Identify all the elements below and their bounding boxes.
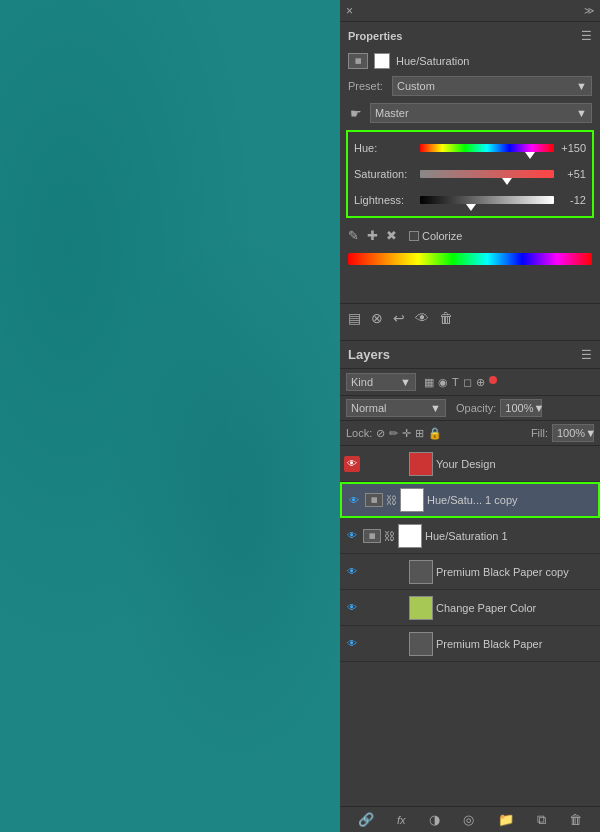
fill-input[interactable]: 100% ▼ (552, 424, 594, 442)
layer-comp-icon[interactable]: ▤ (348, 310, 361, 326)
pixel-kind-icon[interactable]: ▦ (424, 376, 434, 389)
lightness-thumb[interactable] (466, 204, 476, 211)
layer-thumbnail (409, 452, 433, 476)
chain-icon: ⛓ (384, 530, 395, 542)
spectrum-bar (348, 253, 592, 265)
remove-sample-icon[interactable]: ✖ (386, 228, 397, 243)
layer-visibility-icon[interactable]: 👁 (344, 636, 360, 652)
lock-move-icon[interactable]: ✛ (402, 427, 411, 440)
layer-visibility-icon[interactable]: 👁 (344, 528, 360, 544)
preset-chevron-icon: ▼ (576, 80, 587, 92)
layers-title: Layers (348, 347, 390, 362)
layer-visibility-icon[interactable]: 👁 (344, 600, 360, 616)
panel-topbar: × ≫ (340, 0, 600, 22)
saturation-row: Saturation: +51 (354, 164, 586, 184)
bottom-tools-row: ▤ ⊗ ↩ 👁 🗑 (340, 303, 600, 332)
folder-icon[interactable]: 📁 (498, 812, 514, 827)
shape-kind-icon[interactable]: ◻ (463, 376, 472, 389)
opacity-input[interactable]: 100% ▼ (500, 399, 542, 417)
properties-title: Properties (348, 30, 402, 42)
colorize-label: Colorize (422, 230, 462, 242)
opacity-value-text: 100% (505, 402, 533, 414)
saturation-value: +51 (558, 168, 586, 180)
layer-name: Premium Black Paper copy (436, 566, 596, 578)
kind-dropdown[interactable]: Kind ▼ (346, 373, 416, 391)
lock-artboard-icon[interactable]: ⊞ (415, 427, 424, 440)
hue-value: +150 (558, 142, 586, 154)
delete-layer-icon[interactable]: 🗑 (569, 812, 582, 827)
rotate-icon[interactable]: ↩ (393, 310, 405, 326)
fill-value-text: 100% (557, 427, 585, 439)
kind-icons: ▦ ◉ T ◻ ⊕ (424, 376, 497, 389)
clip-icon[interactable]: ⊗ (371, 310, 383, 326)
preset-row: Preset: Custom ▼ (340, 72, 600, 100)
hue-thumb[interactable] (525, 152, 535, 159)
saturation-slider-track[interactable] (420, 164, 554, 184)
layer-item[interactable]: 👁 Change Paper Color (340, 590, 600, 626)
layers-bottom-bar: 🔗 fx ◑ ◎ 📁 ⧉ 🗑 (340, 806, 600, 832)
new-layer-icon[interactable]: ⧉ (537, 812, 546, 828)
collapse-icon[interactable]: ≫ (584, 5, 594, 16)
master-dropdown[interactable]: Master ▼ (370, 103, 592, 123)
fx-icon[interactable]: fx (397, 814, 406, 826)
lock-all-icon[interactable]: 🔒 (428, 427, 442, 440)
properties-menu-icon[interactable]: ☰ (581, 29, 592, 43)
properties-section: Properties ☰ ▦ Hue/Saturation Preset: Cu… (340, 22, 600, 341)
layers-menu-icon[interactable]: ☰ (581, 348, 592, 362)
delete-icon[interactable]: 🗑 (439, 310, 453, 326)
blend-dropdown[interactable]: Normal ▼ (346, 399, 446, 417)
layer-adj-icon: ▦ (348, 53, 368, 69)
layer-visibility-icon[interactable]: 👁 (344, 456, 360, 472)
layer-item[interactable]: 👁 Premium Black Paper copy (340, 554, 600, 590)
new-fill-icon[interactable]: ◎ (463, 812, 474, 827)
preset-value: Custom (397, 80, 435, 92)
kind-value: Kind (351, 376, 373, 388)
layer-item[interactable]: 👁 ▦ ⛓ Hue/Satu... 1 copy (340, 482, 600, 518)
master-value: Master (375, 107, 409, 119)
colorize-check-wrap: Colorize (409, 230, 462, 242)
right-panel: × ≫ Properties ☰ ▦ Hue/Saturation Preset… (340, 0, 600, 832)
lock-icons: ⊘ ✏ ✛ ⊞ 🔒 (376, 427, 442, 440)
lightness-slider-track[interactable] (420, 190, 554, 210)
colorize-checkbox[interactable] (409, 231, 419, 241)
hand-icon: ☛ (348, 105, 364, 121)
canvas-background (0, 0, 340, 832)
add-mask-icon[interactable]: ◑ (429, 812, 440, 827)
layer-type-name: Hue/Saturation (396, 55, 469, 67)
fill-chevron: ▼ (585, 427, 596, 439)
link-icon[interactable]: 🔗 (358, 812, 374, 827)
lock-paint-icon[interactable]: ✏ (389, 427, 398, 440)
opacity-chevron: ▼ (534, 402, 545, 414)
saturation-track (420, 170, 554, 178)
hue-slider-track[interactable] (420, 138, 554, 158)
layer-item[interactable]: 👁 Your Design (340, 446, 600, 482)
smart-kind-icon[interactable]: ⊕ (476, 376, 485, 389)
master-row: ☛ Master ▼ (340, 100, 600, 126)
lock-pixel-icon[interactable]: ⊘ (376, 427, 385, 440)
add-sample-icon[interactable]: ✚ (367, 228, 378, 243)
adjustment-icon: ▦ (365, 493, 383, 507)
saturation-label: Saturation: (354, 168, 416, 180)
layer-visibility-icon[interactable]: 👁 (344, 564, 360, 580)
eyedropper-icon[interactable]: ✎ (348, 228, 359, 243)
chain-icon: ⛓ (386, 494, 397, 506)
fill-label: Fill: (531, 427, 548, 439)
lightness-row: Lightness: -12 (354, 190, 586, 210)
preset-label: Preset: (348, 80, 386, 92)
hue-label: Hue: (354, 142, 416, 154)
visibility-icon[interactable]: 👁 (415, 310, 429, 326)
layers-header: Layers ☰ (340, 341, 600, 369)
lightness-label: Lightness: (354, 194, 416, 206)
saturation-thumb[interactable] (502, 178, 512, 185)
layer-thumbnail (409, 596, 433, 620)
lock-row: Lock: ⊘ ✏ ✛ ⊞ 🔒 Fill: 100% ▼ (340, 421, 600, 446)
layer-item[interactable]: 👁 Premium Black Paper (340, 626, 600, 662)
adjustment-kind-icon[interactable]: ◉ (438, 376, 448, 389)
layer-name: Premium Black Paper (436, 638, 596, 650)
layer-item[interactable]: 👁 ▦ ⛓ Hue/Saturation 1 (340, 518, 600, 554)
close-icon[interactable]: × (346, 4, 353, 18)
layer-visibility-icon[interactable]: 👁 (346, 492, 362, 508)
preset-dropdown[interactable]: Custom ▼ (392, 76, 592, 96)
type-kind-icon[interactable]: T (452, 376, 459, 389)
kind-row: Kind ▼ ▦ ◉ T ◻ ⊕ (340, 369, 600, 396)
